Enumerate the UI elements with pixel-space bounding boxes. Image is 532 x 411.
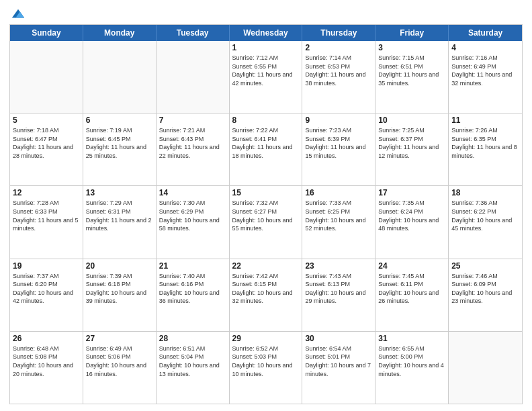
- day-cell-31: 31Sunrise: 6:55 AM Sunset: 5:00 PM Dayli…: [375, 332, 449, 404]
- day-number: 2: [305, 43, 372, 52]
- day-info: Sunrise: 7:12 AM Sunset: 6:55 PM Dayligh…: [232, 54, 300, 87]
- day-cell-14: 14Sunrise: 7:30 AM Sunset: 6:29 PM Dayli…: [157, 186, 230, 258]
- header-day-sunday: Sunday: [10, 25, 83, 41]
- calendar-body: 1Sunrise: 7:12 AM Sunset: 6:55 PM Daylig…: [10, 41, 522, 404]
- empty-cell: [83, 41, 157, 113]
- day-cell-19: 19Sunrise: 7:37 AM Sunset: 6:20 PM Dayli…: [10, 259, 83, 331]
- day-number: 16: [305, 188, 372, 197]
- day-info: Sunrise: 6:48 AM Sunset: 5:08 PM Dayligh…: [13, 345, 80, 378]
- day-number: 22: [232, 261, 300, 271]
- day-info: Sunrise: 7:32 AM Sunset: 6:27 PM Dayligh…: [232, 199, 300, 232]
- day-number: 5: [13, 116, 80, 125]
- day-info: Sunrise: 7:25 AM Sunset: 6:37 PM Dayligh…: [378, 126, 445, 160]
- day-cell-2: 2Sunrise: 7:14 AM Sunset: 6:53 PM Daylig…: [302, 41, 375, 113]
- week-row-5: 26Sunrise: 6:48 AM Sunset: 5:08 PM Dayli…: [10, 332, 522, 404]
- day-info: Sunrise: 7:21 AM Sunset: 6:43 PM Dayligh…: [159, 126, 226, 160]
- day-cell-29: 29Sunrise: 6:52 AM Sunset: 5:03 PM Dayli…: [230, 332, 303, 404]
- day-info: Sunrise: 6:52 AM Sunset: 5:03 PM Dayligh…: [232, 345, 300, 378]
- day-info: Sunrise: 7:23 AM Sunset: 6:39 PM Dayligh…: [305, 126, 372, 160]
- day-number: 11: [451, 116, 519, 125]
- day-info: Sunrise: 7:35 AM Sunset: 6:24 PM Dayligh…: [378, 199, 445, 232]
- logo: [9, 7, 26, 19]
- day-cell-18: 18Sunrise: 7:36 AM Sunset: 6:22 PM Dayli…: [449, 186, 522, 258]
- day-info: Sunrise: 7:30 AM Sunset: 6:29 PM Dayligh…: [159, 199, 226, 232]
- day-number: 21: [159, 261, 226, 271]
- day-number: 29: [232, 334, 300, 343]
- empty-cell: [10, 41, 83, 113]
- day-number: 23: [305, 261, 372, 271]
- empty-cell: [449, 332, 522, 404]
- day-number: 13: [86, 188, 153, 197]
- day-cell-25: 25Sunrise: 7:46 AM Sunset: 6:09 PM Dayli…: [449, 259, 522, 331]
- day-number: 1: [232, 43, 300, 52]
- day-cell-21: 21Sunrise: 7:40 AM Sunset: 6:16 PM Dayli…: [157, 259, 230, 331]
- day-info: Sunrise: 7:29 AM Sunset: 6:31 PM Dayligh…: [86, 199, 153, 232]
- day-cell-27: 27Sunrise: 6:49 AM Sunset: 5:06 PM Dayli…: [83, 332, 157, 404]
- day-number: 28: [159, 334, 226, 343]
- day-number: 10: [378, 116, 445, 125]
- day-info: Sunrise: 7:45 AM Sunset: 6:11 PM Dayligh…: [378, 272, 445, 306]
- day-cell-12: 12Sunrise: 7:28 AM Sunset: 6:33 PM Dayli…: [10, 186, 83, 258]
- day-cell-8: 8Sunrise: 7:22 AM Sunset: 6:41 PM Daylig…: [230, 113, 303, 185]
- day-cell-13: 13Sunrise: 7:29 AM Sunset: 6:31 PM Dayli…: [83, 186, 157, 258]
- header-day-wednesday: Wednesday: [230, 25, 303, 41]
- logo-icon: [11, 7, 26, 21]
- week-row-4: 19Sunrise: 7:37 AM Sunset: 6:20 PM Dayli…: [10, 259, 522, 332]
- day-cell-22: 22Sunrise: 7:42 AM Sunset: 6:15 PM Dayli…: [230, 259, 303, 331]
- day-info: Sunrise: 6:49 AM Sunset: 5:06 PM Dayligh…: [86, 345, 153, 378]
- day-number: 26: [13, 334, 80, 343]
- day-info: Sunrise: 6:54 AM Sunset: 5:01 PM Dayligh…: [305, 345, 372, 378]
- day-cell-7: 7Sunrise: 7:21 AM Sunset: 6:43 PM Daylig…: [157, 113, 230, 185]
- day-number: 27: [86, 334, 153, 343]
- day-cell-20: 20Sunrise: 7:39 AM Sunset: 6:18 PM Dayli…: [83, 259, 157, 331]
- day-info: Sunrise: 7:26 AM Sunset: 6:35 PM Dayligh…: [451, 126, 519, 160]
- day-number: 25: [451, 261, 519, 271]
- day-info: Sunrise: 7:16 AM Sunset: 6:49 PM Dayligh…: [451, 54, 519, 87]
- day-cell-24: 24Sunrise: 7:45 AM Sunset: 6:11 PM Dayli…: [375, 259, 449, 331]
- day-cell-15: 15Sunrise: 7:32 AM Sunset: 6:27 PM Dayli…: [230, 186, 303, 258]
- day-number: 7: [159, 116, 226, 125]
- day-number: 30: [305, 334, 372, 343]
- day-cell-4: 4Sunrise: 7:16 AM Sunset: 6:49 PM Daylig…: [449, 41, 522, 113]
- day-cell-5: 5Sunrise: 7:18 AM Sunset: 6:47 PM Daylig…: [10, 113, 83, 185]
- day-number: 12: [13, 188, 80, 197]
- day-info: Sunrise: 7:33 AM Sunset: 6:25 PM Dayligh…: [305, 199, 372, 232]
- day-cell-3: 3Sunrise: 7:15 AM Sunset: 6:51 PM Daylig…: [375, 41, 449, 113]
- day-info: Sunrise: 6:55 AM Sunset: 5:00 PM Dayligh…: [378, 345, 445, 378]
- calendar-header-row: SundayMondayTuesdayWednesdayThursdayFrid…: [10, 25, 522, 41]
- day-cell-23: 23Sunrise: 7:43 AM Sunset: 6:13 PM Dayli…: [302, 259, 375, 331]
- day-info: Sunrise: 7:15 AM Sunset: 6:51 PM Dayligh…: [378, 54, 445, 87]
- week-row-1: 1Sunrise: 7:12 AM Sunset: 6:55 PM Daylig…: [10, 41, 522, 113]
- day-number: 17: [378, 188, 445, 197]
- day-info: Sunrise: 7:18 AM Sunset: 6:47 PM Dayligh…: [13, 126, 80, 160]
- day-info: Sunrise: 7:46 AM Sunset: 6:09 PM Dayligh…: [451, 272, 519, 306]
- header-day-monday: Monday: [83, 25, 157, 41]
- week-row-3: 12Sunrise: 7:28 AM Sunset: 6:33 PM Dayli…: [10, 186, 522, 259]
- calendar: SundayMondayTuesdayWednesdayThursdayFrid…: [9, 24, 523, 404]
- day-cell-28: 28Sunrise: 6:51 AM Sunset: 5:04 PM Dayli…: [157, 332, 230, 404]
- day-info: Sunrise: 7:39 AM Sunset: 6:18 PM Dayligh…: [86, 272, 153, 306]
- day-info: Sunrise: 7:37 AM Sunset: 6:20 PM Dayligh…: [13, 272, 80, 306]
- header-day-tuesday: Tuesday: [157, 25, 230, 41]
- day-number: 24: [378, 261, 445, 271]
- header: [9, 7, 523, 19]
- day-info: Sunrise: 6:51 AM Sunset: 5:04 PM Dayligh…: [159, 345, 226, 378]
- day-cell-17: 17Sunrise: 7:35 AM Sunset: 6:24 PM Dayli…: [375, 186, 449, 258]
- day-number: 20: [86, 261, 153, 271]
- day-number: 31: [378, 334, 445, 343]
- day-info: Sunrise: 7:22 AM Sunset: 6:41 PM Dayligh…: [232, 126, 300, 160]
- day-cell-6: 6Sunrise: 7:19 AM Sunset: 6:45 PM Daylig…: [83, 113, 157, 185]
- day-info: Sunrise: 7:28 AM Sunset: 6:33 PM Dayligh…: [13, 199, 80, 232]
- page: SundayMondayTuesdayWednesdayThursdayFrid…: [0, 0, 532, 411]
- day-info: Sunrise: 7:14 AM Sunset: 6:53 PM Dayligh…: [305, 54, 372, 87]
- day-cell-9: 9Sunrise: 7:23 AM Sunset: 6:39 PM Daylig…: [302, 113, 375, 185]
- day-info: Sunrise: 7:43 AM Sunset: 6:13 PM Dayligh…: [305, 272, 372, 306]
- empty-cell: [157, 41, 230, 113]
- day-info: Sunrise: 7:40 AM Sunset: 6:16 PM Dayligh…: [159, 272, 226, 306]
- day-info: Sunrise: 7:42 AM Sunset: 6:15 PM Dayligh…: [232, 272, 300, 306]
- day-cell-26: 26Sunrise: 6:48 AM Sunset: 5:08 PM Dayli…: [10, 332, 83, 404]
- day-number: 8: [232, 116, 300, 125]
- day-number: 3: [378, 43, 445, 52]
- header-day-saturday: Saturday: [449, 25, 522, 41]
- header-day-friday: Friday: [375, 25, 449, 41]
